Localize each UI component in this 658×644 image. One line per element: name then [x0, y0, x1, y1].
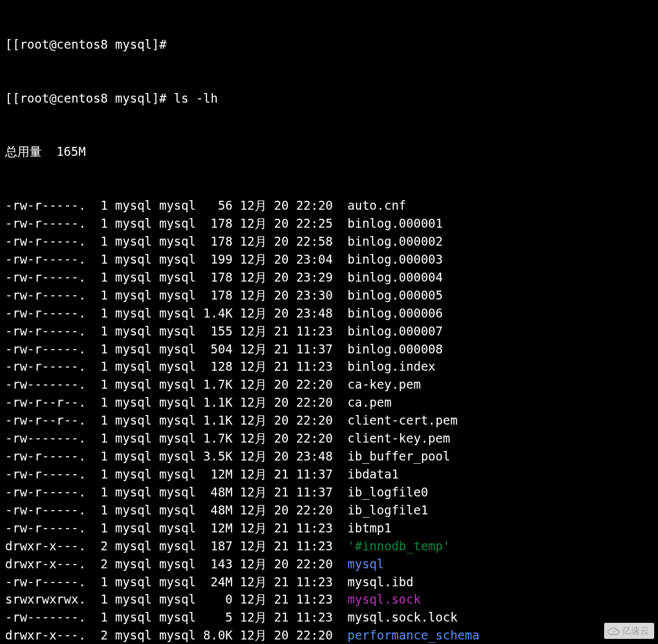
file-meta: -rw-r-----. 1 mysql mysql 178 12月 20 23:…: [5, 270, 348, 284]
prompt-line-1: [[root@centos8 mysql]#: [5, 36, 653, 54]
file-listing: -rw-r-----. 1 mysql mysql 56 12月 20 22:2…: [5, 197, 653, 644]
total-label: 总用量 165M: [5, 144, 86, 158]
prompt-text: [[root@centos8 mysql]#: [5, 91, 174, 105]
file-meta: -rw-r-----. 1 mysql mysql 178 12月 20 22:…: [5, 216, 348, 230]
listing-row: -rw-r--r--. 1 mysql mysql 1.1K 12月 20 22…: [5, 394, 653, 412]
file-meta: -rw-------. 1 mysql mysql 1.7K 12月 20 22…: [5, 431, 348, 445]
terminal-output[interactable]: [[root@centos8 mysql]# [[root@centos8 my…: [0, 0, 658, 644]
file-meta: -rw-r-----. 1 mysql mysql 24M 12月 21 11:…: [5, 575, 348, 589]
file-meta: -rw-r-----. 1 mysql mysql 178 12月 20 22:…: [5, 234, 348, 248]
file-name: binlog.000008: [348, 342, 443, 356]
file-meta: -rw-------. 1 mysql mysql 1.7K 12月 20 22…: [5, 377, 348, 391]
file-name: performance_schema: [348, 628, 480, 642]
file-name: ib_logfile0: [348, 485, 428, 499]
file-meta: -rw-r-----. 1 mysql mysql 199 12月 20 23:…: [5, 252, 348, 266]
file-name: binlog.000006: [348, 306, 443, 320]
file-name: binlog.000002: [348, 234, 443, 248]
file-name: ibdata1: [348, 467, 399, 481]
file-name: ib_buffer_pool: [348, 449, 450, 463]
file-name: mysql: [348, 557, 384, 571]
file-name: binlog.index: [348, 359, 435, 373]
listing-row: drwxr-x---. 2 mysql mysql 8.0K 12月 20 22…: [5, 627, 653, 644]
listing-row: srwxrwxrwx. 1 mysql mysql 0 12月 21 11:23…: [5, 591, 653, 609]
listing-row: -rw-r-----. 1 mysql mysql 155 12月 21 11:…: [5, 323, 653, 341]
total-line: 总用量 165M: [5, 143, 653, 161]
file-meta: -rw-r--r--. 1 mysql mysql 1.1K 12月 20 22…: [5, 413, 348, 427]
listing-row: -rw-r--r--. 1 mysql mysql 1.1K 12月 20 22…: [5, 412, 653, 430]
command-text: ls -lh: [174, 91, 218, 105]
listing-row: -rw-r-----. 1 mysql mysql 178 12月 20 23:…: [5, 269, 653, 287]
file-name: ibtmp1: [348, 521, 392, 535]
file-meta: -rw-r-----. 1 mysql mysql 155 12月 21 11:…: [5, 324, 348, 338]
listing-row: -rw-r-----. 1 mysql mysql 48M 12月 20 22:…: [5, 502, 653, 520]
cloud-icon: [607, 627, 620, 636]
listing-row: -rw-r-----. 1 mysql mysql 178 12月 20 22:…: [5, 233, 653, 251]
file-meta: -rw-r-----. 1 mysql mysql 178 12月 20 23:…: [5, 288, 348, 302]
listing-row: -rw-r-----. 1 mysql mysql 178 12月 20 23:…: [5, 287, 653, 305]
file-meta: -rw-r-----. 1 mysql mysql 504 12月 21 11:…: [5, 342, 348, 356]
file-name: mysql.sock: [348, 592, 421, 606]
svg-point-0: [614, 631, 615, 632]
file-meta: -rw-------. 1 mysql mysql 5 12月 21 11:23: [5, 610, 348, 624]
file-meta: -rw-r-----. 1 mysql mysql 12M 12月 21 11:…: [5, 467, 348, 481]
listing-row: -rw-r-----. 1 mysql mysql 12M 12月 21 11:…: [5, 466, 653, 484]
listing-row: drwxr-x---. 2 mysql mysql 143 12月 20 22:…: [5, 555, 653, 573]
file-meta: -rw-r-----. 1 mysql mysql 48M 12月 21 11:…: [5, 485, 348, 499]
listing-row: -rw-r-----. 1 mysql mysql 3.5K 12月 20 23…: [5, 448, 653, 466]
file-name: client-key.pem: [348, 431, 450, 445]
file-meta: -rw-r-----. 1 mysql mysql 56 12月 20 22:2…: [5, 198, 348, 212]
listing-row: -rw-------. 1 mysql mysql 1.7K 12月 20 22…: [5, 430, 653, 448]
listing-row: -rw-r-----. 1 mysql mysql 504 12月 21 11:…: [5, 341, 653, 359]
file-meta: -rw-r--r--. 1 mysql mysql 1.1K 12月 20 22…: [5, 395, 348, 409]
file-meta: -rw-r-----. 1 mysql mysql 48M 12月 20 22:…: [5, 503, 348, 517]
file-name: mysql.sock.lock: [348, 610, 458, 624]
file-name: ib_logfile1: [348, 503, 428, 517]
file-name: binlog.000003: [348, 252, 443, 266]
prompt-text: [[root@centos8 mysql]#: [5, 37, 167, 51]
file-meta: -rw-r-----. 1 mysql mysql 12M 12月 21 11:…: [5, 521, 348, 535]
file-name: binlog.000005: [348, 288, 443, 302]
listing-row: -rw-r-----. 1 mysql mysql 24M 12月 21 11:…: [5, 573, 653, 591]
file-meta: drwxr-x---. 2 mysql mysql 187 12月 21 11:…: [5, 539, 348, 553]
listing-row: -rw-r-----. 1 mysql mysql 178 12月 20 22:…: [5, 215, 653, 233]
listing-row: -rw-r-----. 1 mysql mysql 48M 12月 21 11:…: [5, 484, 653, 502]
listing-row: -rw-r-----. 1 mysql mysql 1.4K 12月 20 23…: [5, 305, 653, 323]
file-name: binlog.000001: [348, 216, 443, 230]
prompt-line-2: [[root@centos8 mysql]# ls -lh: [5, 90, 653, 108]
file-name: binlog.000007: [348, 324, 443, 338]
file-name: auto.cnf: [348, 198, 407, 212]
file-name: mysql.ibd: [348, 575, 414, 589]
listing-row: -rw-r-----. 1 mysql mysql 56 12月 20 22:2…: [5, 197, 653, 215]
file-meta: drwxr-x---. 2 mysql mysql 143 12月 20 22:…: [5, 557, 348, 571]
listing-row: -rw-r-----. 1 mysql mysql 199 12月 20 23:…: [5, 251, 653, 269]
listing-row: -rw-r-----. 1 mysql mysql 128 12月 21 11:…: [5, 358, 653, 376]
file-meta: drwxr-x---. 2 mysql mysql 8.0K 12月 20 22…: [5, 628, 348, 642]
listing-row: -rw-------. 1 mysql mysql 1.7K 12月 20 22…: [5, 376, 653, 394]
file-meta: -rw-r-----. 1 mysql mysql 128 12月 21 11:…: [5, 359, 348, 373]
file-meta: -rw-r-----. 1 mysql mysql 1.4K 12月 20 23…: [5, 306, 348, 320]
listing-row: -rw-------. 1 mysql mysql 5 12月 21 11:23…: [5, 609, 653, 627]
file-meta: srwxrwxrwx. 1 mysql mysql 0 12月 21 11:23: [5, 592, 348, 606]
listing-row: -rw-r-----. 1 mysql mysql 12M 12月 21 11:…: [5, 520, 653, 538]
watermark-badge: 亿速云: [604, 623, 654, 639]
file-name: client-cert.pem: [348, 413, 458, 427]
watermark-text: 亿速云: [622, 624, 649, 638]
file-meta: -rw-r-----. 1 mysql mysql 3.5K 12月 20 23…: [5, 449, 348, 463]
listing-row: drwxr-x---. 2 mysql mysql 187 12月 21 11:…: [5, 538, 653, 555]
file-name: ca.pem: [348, 395, 392, 409]
file-name: ca-key.pem: [348, 377, 421, 391]
file-name: '#innodb_temp': [348, 539, 450, 553]
file-name: binlog.000004: [348, 270, 443, 284]
